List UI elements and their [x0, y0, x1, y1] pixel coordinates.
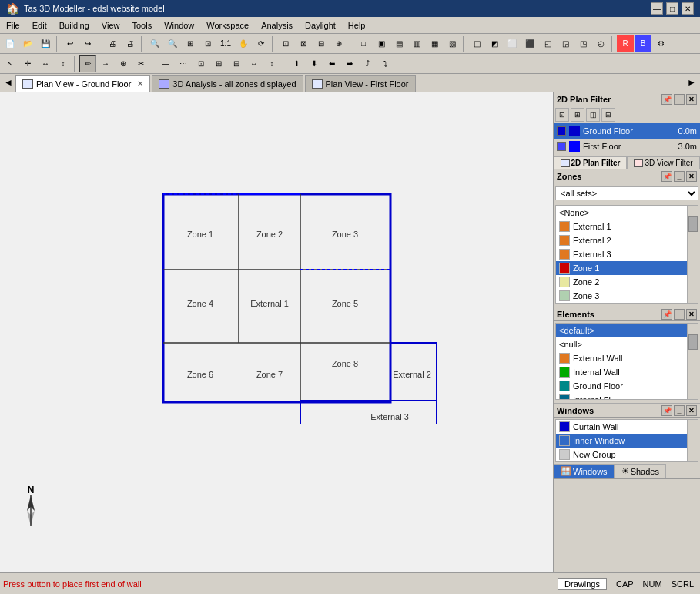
menu-building[interactable]: Building: [53, 19, 95, 32]
element-external-wall[interactable]: External Wall: [556, 351, 687, 365]
element-ground-floor[interactable]: Ground Floor: [556, 379, 687, 393]
menu-file[interactable]: File: [0, 19, 26, 32]
zones-close[interactable]: ✕: [686, 171, 697, 182]
menu-window[interactable]: Window: [158, 19, 200, 32]
window-new-group[interactable]: New Group: [556, 448, 687, 461]
tab-3d-analysis[interactable]: 3D Analysis - all zones displayed: [152, 75, 303, 92]
windows-close[interactable]: ✕: [686, 405, 697, 416]
canvas-area[interactable]: Zone 1 Zone 2 Zone 3 Zone 4 External 1 Z…: [0, 92, 554, 572]
menu-view[interactable]: View: [95, 19, 126, 32]
tb15[interactable]: ◫: [468, 35, 485, 52]
tb10[interactable]: ▣: [373, 35, 390, 52]
window-curtain[interactable]: Curtain Wall: [556, 420, 687, 434]
tb7[interactable]: ⊟: [313, 35, 330, 52]
zone-none[interactable]: <None>: [556, 206, 687, 220]
save-button[interactable]: 💾: [37, 35, 54, 52]
tb-zone2[interactable]: ⬇: [306, 55, 323, 72]
filter-min[interactable]: _: [674, 94, 685, 105]
move-button[interactable]: ✛: [19, 55, 36, 72]
zoom-1-button[interactable]: 1:1: [217, 35, 234, 52]
rotate2-button[interactable]: ↕: [55, 55, 72, 72]
tb-zone3[interactable]: ⬅: [323, 55, 340, 72]
windows-scrollbar[interactable]: [687, 420, 698, 461]
draw-arrow-button[interactable]: →: [97, 55, 114, 72]
tb14[interactable]: ▧: [444, 35, 461, 52]
tb5[interactable]: ⊡: [277, 35, 294, 52]
filter-btn3[interactable]: ◫: [586, 108, 600, 122]
filter-pin[interactable]: 📌: [661, 94, 672, 105]
menu-workspace[interactable]: Workspace: [200, 19, 255, 32]
zone-external3[interactable]: External 3: [556, 247, 687, 261]
zone-1[interactable]: Zone 1: [556, 261, 687, 275]
zones-scroll-thumb[interactable]: [688, 216, 698, 232]
tb17[interactable]: ⬜: [504, 35, 521, 52]
floor-ground-check[interactable]: [557, 126, 566, 136]
element-null[interactable]: <null>: [556, 337, 687, 351]
close-button[interactable]: ✕: [682, 2, 694, 15]
zone-3[interactable]: Zone 3: [556, 289, 687, 303]
elements-min[interactable]: _: [674, 309, 685, 320]
zoom-in-button[interactable]: 🔍: [146, 35, 163, 52]
tb9[interactable]: □: [355, 35, 372, 52]
menu-tools[interactable]: Tools: [126, 19, 159, 32]
tb-zone5[interactable]: ⤴: [359, 55, 376, 72]
elements-scroll-thumb[interactable]: [688, 334, 698, 350]
tab-nav-left[interactable]: ◄: [2, 73, 15, 92]
tb8[interactable]: ⊕: [330, 35, 347, 52]
windows-pin[interactable]: 📌: [661, 405, 672, 416]
tb-line5[interactable]: ⊟: [228, 55, 245, 72]
tb-line7[interactable]: ↕: [263, 55, 280, 72]
minimize-button[interactable]: —: [651, 2, 663, 15]
zone-external2[interactable]: External 2: [556, 233, 687, 247]
floor-ground[interactable]: Ground Floor 0.0m: [554, 123, 700, 139]
filter-close[interactable]: ✕: [686, 94, 697, 105]
zone-2[interactable]: Zone 2: [556, 275, 687, 289]
tb22[interactable]: ◴: [592, 35, 609, 52]
tb12[interactable]: ▥: [408, 35, 425, 52]
print-button[interactable]: 🖨: [104, 35, 121, 52]
building-plan[interactable]: Zone 1 Zone 2 Zone 3 Zone 4 External 1 Z…: [162, 193, 454, 424]
tb18[interactable]: ⬛: [521, 35, 538, 52]
tb-snap[interactable]: ✂: [132, 55, 149, 72]
new-button[interactable]: 📄: [2, 35, 18, 52]
element-internal-floor[interactable]: Internal Fl...: [556, 393, 687, 399]
tab-close-ground[interactable]: ✕: [137, 79, 143, 88]
tb-line6[interactable]: ↔: [246, 55, 263, 72]
zones-scrollbar[interactable]: [687, 206, 698, 303]
tb6[interactable]: ⊠: [295, 35, 312, 52]
zones-set-select[interactable]: <all sets>: [555, 186, 698, 200]
filter-btn1[interactable]: ⊡: [555, 108, 569, 122]
zone-external1[interactable]: External 1: [556, 220, 687, 233]
tb11[interactable]: ▤: [390, 35, 407, 52]
select-button[interactable]: ↖: [2, 55, 18, 72]
tb21[interactable]: ◳: [574, 35, 591, 52]
windows-min[interactable]: _: [674, 405, 685, 416]
tb16[interactable]: ◩: [486, 35, 503, 52]
filter-btn4[interactable]: ⊟: [601, 108, 615, 122]
rotate-button[interactable]: ⟳: [253, 35, 270, 52]
tb23[interactable]: R: [617, 35, 634, 52]
zoom-window-button[interactable]: ⊡: [199, 35, 216, 52]
tb-zone4[interactable]: ➡: [341, 55, 358, 72]
stretch-button[interactable]: ↔: [37, 55, 54, 72]
print2-button[interactable]: 🖨: [122, 35, 139, 52]
zones-scroll[interactable]: <None> External 1 External 2 External 3: [556, 206, 687, 303]
menu-edit[interactable]: Edit: [26, 19, 53, 32]
elements-pin[interactable]: 📌: [661, 309, 672, 320]
maximize-button[interactable]: □: [666, 2, 678, 15]
open-button[interactable]: 📂: [19, 35, 36, 52]
pan-button[interactable]: ✋: [235, 35, 252, 52]
tab-3d-filter[interactable]: 3D View Filter: [627, 156, 700, 169]
floor-first[interactable]: First Floor 3.0m: [554, 139, 700, 154]
tab-plan-first[interactable]: Plan View - First Floor: [305, 75, 416, 92]
zoom-fit-button[interactable]: ⊞: [182, 35, 199, 52]
filter-btn2[interactable]: ⊞: [571, 108, 584, 122]
zoom-out-button[interactable]: 🔍: [164, 35, 181, 52]
tab-2d-filter[interactable]: 2D Plan Filter: [554, 156, 627, 169]
redo-button[interactable]: ↪: [79, 35, 96, 52]
tb-line4[interactable]: ⊞: [210, 55, 227, 72]
tb25[interactable]: ⚙: [652, 35, 669, 52]
drawings-tab[interactable]: Drawings: [558, 578, 607, 590]
tb-line2[interactable]: ⋯: [175, 55, 192, 72]
element-internal-wall[interactable]: Internal Wall: [556, 365, 687, 379]
